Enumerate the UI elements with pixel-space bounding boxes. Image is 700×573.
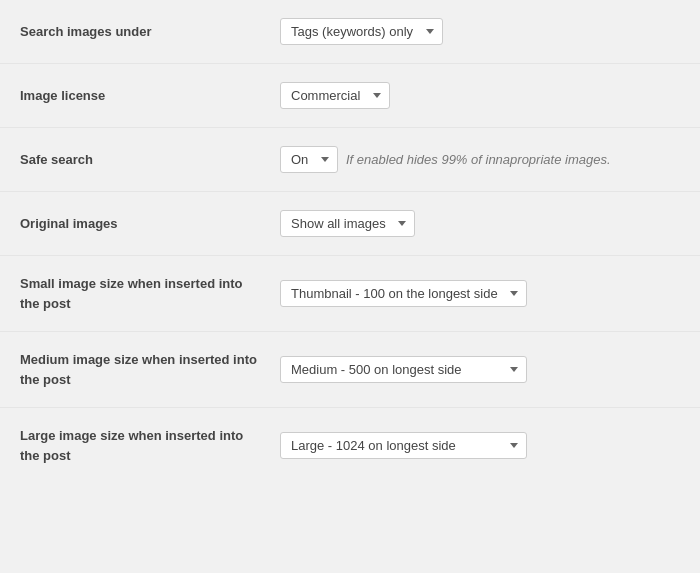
row-original-images: Original images Show all images Hide ori…	[0, 192, 700, 256]
select-original-images[interactable]: Show all images Hide originals	[280, 210, 415, 237]
select-medium-image-size[interactable]: Thumbnail - 100 on the longest side Medi…	[280, 356, 527, 383]
safe-search-note: If enabled hides 99% of innapropriate im…	[346, 152, 611, 167]
row-safe-search: Safe search On Off If enabled hides 99% …	[0, 128, 700, 192]
row-large-image-size: Large image size when inserted into the …	[0, 408, 700, 483]
control-large-image-size: Thumbnail - 100 on the longest side Medi…	[280, 432, 680, 459]
label-small-image-size: Small image size when inserted into the …	[20, 274, 280, 313]
label-large-image-size: Large image size when inserted into the …	[20, 426, 280, 465]
control-search-images-under: Tags (keywords) only All fields	[280, 18, 680, 45]
control-medium-image-size: Thumbnail - 100 on the longest side Medi…	[280, 356, 680, 383]
select-image-license[interactable]: Commercial Any	[280, 82, 390, 109]
label-safe-search: Safe search	[20, 150, 280, 170]
select-search-images-under[interactable]: Tags (keywords) only All fields	[280, 18, 443, 45]
control-safe-search: On Off If enabled hides 99% of innapropr…	[280, 146, 680, 173]
label-medium-image-size: Medium image size when inserted into the…	[20, 350, 280, 389]
control-original-images: Show all images Hide originals	[280, 210, 680, 237]
label-search-images-under: Search images under	[20, 22, 280, 42]
settings-container: Search images under Tags (keywords) only…	[0, 0, 700, 483]
row-search-images-under: Search images under Tags (keywords) only…	[0, 0, 700, 64]
select-safe-search[interactable]: On Off	[280, 146, 338, 173]
label-original-images: Original images	[20, 214, 280, 234]
row-medium-image-size: Medium image size when inserted into the…	[0, 332, 700, 408]
row-small-image-size: Small image size when inserted into the …	[0, 256, 700, 332]
select-large-image-size[interactable]: Thumbnail - 100 on the longest side Medi…	[280, 432, 527, 459]
label-image-license: Image license	[20, 86, 280, 106]
control-small-image-size: Thumbnail - 100 on the longest side Medi…	[280, 280, 680, 307]
row-image-license: Image license Commercial Any	[0, 64, 700, 128]
control-image-license: Commercial Any	[280, 82, 680, 109]
select-small-image-size[interactable]: Thumbnail - 100 on the longest side Medi…	[280, 280, 527, 307]
